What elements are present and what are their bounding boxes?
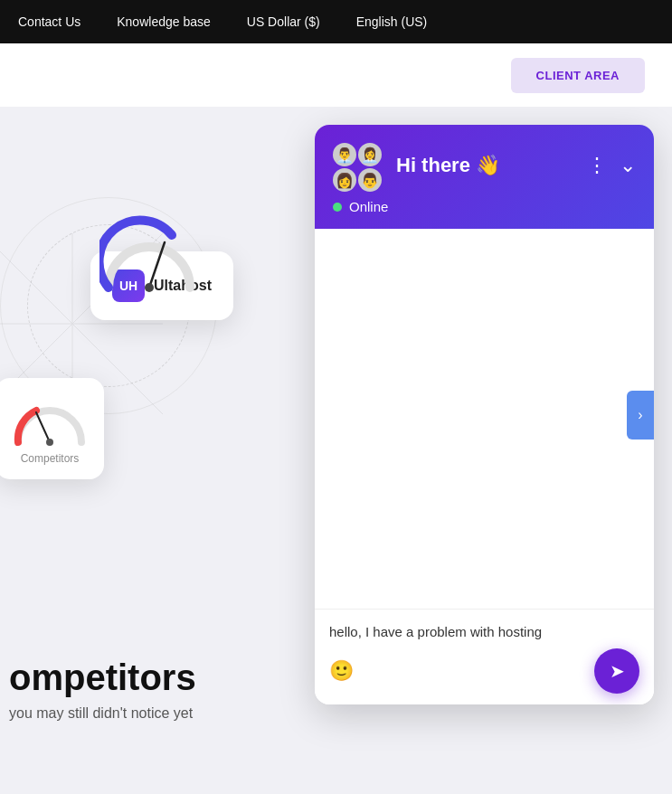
nav-currency[interactable]: US Dollar ($) bbox=[247, 14, 320, 29]
chat-menu-icon[interactable]: ⋮ bbox=[587, 154, 607, 177]
chat-input-footer: 🙂 ➤ bbox=[329, 648, 639, 694]
chat-header-actions: ⋮ ⌄ bbox=[587, 154, 636, 177]
chat-header: 👨‍💼 👩‍💼 👩 👨 Hi there 👋 ⋮ ⌄ Online bbox=[315, 125, 654, 229]
chat-status-bar: Online bbox=[333, 199, 636, 214]
avatar-group: 👨‍💼 👩‍💼 👩 👨 bbox=[333, 143, 383, 188]
nav-knowledge-base[interactable]: Knowledge base bbox=[117, 14, 211, 29]
send-icon: ➤ bbox=[610, 660, 625, 682]
chat-input-field[interactable] bbox=[329, 620, 639, 648]
main-content: UH Ultahost Competitors ompetitors you m… bbox=[0, 107, 672, 794]
avatar-1: 👨‍💼 bbox=[333, 143, 356, 166]
chat-messages-area[interactable]: › bbox=[315, 229, 654, 609]
client-area-button[interactable]: CLIENT AREA bbox=[511, 58, 645, 93]
emoji-button[interactable]: 🙂 bbox=[329, 659, 354, 683]
competitors-gauge bbox=[14, 392, 86, 447]
status-label: Online bbox=[349, 199, 388, 214]
svg-point-7 bbox=[46, 439, 53, 446]
competitors-card: Competitors bbox=[0, 378, 104, 479]
avatar-3: 👩 bbox=[333, 168, 356, 192]
chat-header-top: 👨‍💼 👩‍💼 👩 👨 Hi there 👋 ⋮ ⌄ bbox=[333, 143, 636, 188]
ultahost-speed-gauge bbox=[99, 215, 199, 297]
avatar-2: 👩‍💼 bbox=[358, 143, 382, 166]
svg-line-6 bbox=[36, 412, 50, 442]
page-header: CLIENT AREA bbox=[0, 43, 672, 107]
bottom-text-section: ompetitors you may still didn't notice y… bbox=[0, 657, 205, 722]
chat-header-left: 👨‍💼 👩‍💼 👩 👨 Hi there 👋 bbox=[333, 143, 500, 188]
top-navigation: Contact Us Knowledge base US Dollar ($) … bbox=[0, 0, 672, 43]
chat-widget: 👨‍💼 👩‍💼 👩 👨 Hi there 👋 ⋮ ⌄ Online bbox=[315, 125, 654, 704]
scroll-button[interactable]: › bbox=[627, 391, 654, 440]
chat-input-wrapper: 🙂 ➤ bbox=[329, 620, 639, 694]
svg-point-5 bbox=[145, 283, 154, 292]
chat-greeting: Hi there 👋 bbox=[396, 154, 500, 177]
send-button[interactable]: ➤ bbox=[594, 648, 639, 694]
left-graphics: UH Ultahost Competitors bbox=[0, 161, 262, 577]
chat-minimize-icon[interactable]: ⌄ bbox=[620, 154, 636, 177]
nav-language[interactable]: English (US) bbox=[356, 14, 428, 29]
chat-input-area: 🙂 ➤ bbox=[315, 609, 654, 704]
avatar-4: 👨 bbox=[358, 168, 382, 192]
status-indicator bbox=[333, 203, 342, 212]
competitors-label: Competitors bbox=[14, 452, 86, 465]
section-subtitle: you may still didn't notice yet bbox=[9, 705, 196, 722]
nav-contact-us[interactable]: Contact Us bbox=[18, 14, 80, 29]
section-title: ompetitors bbox=[9, 657, 196, 698]
